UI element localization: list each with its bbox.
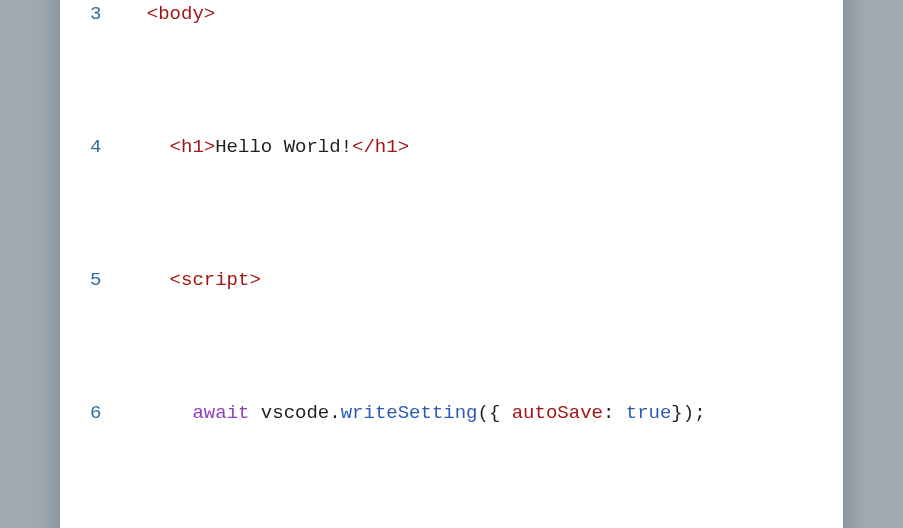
line-content: <script> [124, 264, 813, 297]
code-line: 5 <script> [90, 264, 813, 297]
line-number: 3 [90, 0, 124, 31]
line-number: 6 [90, 397, 124, 430]
code-line: 6 await vscode.writeSetting({ autoSave: … [90, 397, 813, 430]
line-content: await vscode.writeSetting({ autoSave: tr… [124, 397, 813, 430]
line-content: <h1>Hello World!</h1> [124, 131, 813, 164]
code-block: 1 <!DOCTYPE html> 2 <html> 3 <body> 4 <h… [90, 0, 813, 528]
line-content: <body> [124, 0, 813, 31]
line-number: 5 [90, 264, 124, 297]
code-window: 1 <!DOCTYPE html> 2 <html> 3 <body> 4 <h… [60, 0, 843, 528]
code-line: 4 <h1>Hello World!</h1> [90, 131, 813, 164]
line-number: 4 [90, 131, 124, 164]
code-line: 3 <body> [90, 0, 813, 31]
